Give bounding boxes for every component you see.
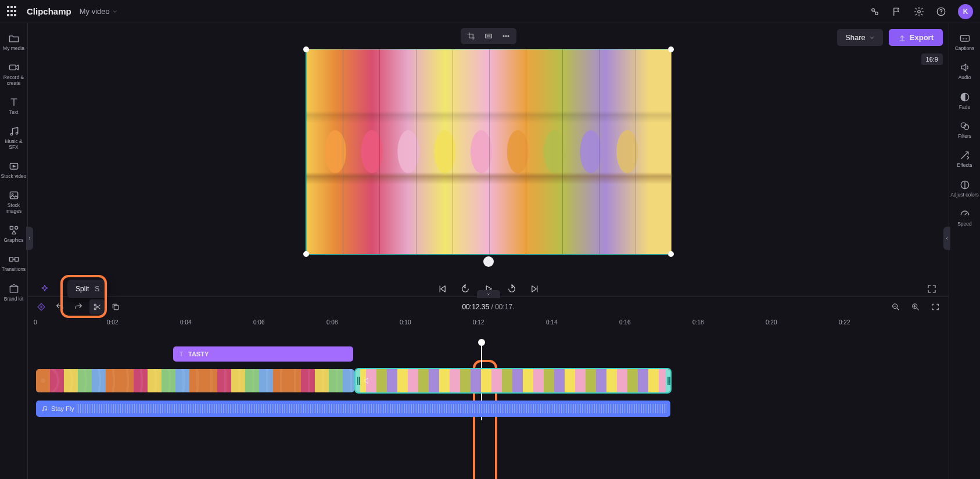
add-track-button[interactable]: [34, 299, 49, 314]
crop-button[interactable]: [466, 31, 476, 41]
chevron-down-icon: [869, 35, 875, 41]
zoom-in-icon: [911, 302, 920, 312]
svg-point-22: [505, 35, 507, 37]
video-clip-2-selected[interactable]: [356, 369, 670, 392]
apps-grid-button[interactable]: [7, 6, 19, 17]
aspect-ratio-button[interactable]: 16:9: [921, 53, 943, 65]
text-track[interactable]: TASTY: [34, 342, 943, 366]
svg-rect-4: [9, 65, 16, 70]
rotate-handle[interactable]: [483, 256, 494, 267]
gear-icon[interactable]: [914, 6, 924, 17]
brand-label: Clipchamp: [27, 6, 71, 16]
timeline: Split S 00:12.35 / 00:17. 00:020:040:060…: [28, 296, 949, 479]
clip-trim-handle-left[interactable]: [356, 369, 360, 392]
speaker-icon[interactable]: [362, 376, 372, 385]
sidebar-item-speed[interactable]: Speed: [950, 205, 979, 230]
sidebar-item-adjust-colors[interactable]: Adjust colors: [950, 176, 979, 201]
svg-point-5: [10, 134, 12, 135]
help-icon[interactable]: [936, 6, 946, 17]
resize-handle-tl[interactable]: [303, 47, 309, 52]
split-tooltip: Split S: [67, 280, 107, 298]
zoom-in-button[interactable]: [908, 299, 923, 314]
timeline-toolbar: Split S 00:12.35 / 00:17.: [28, 297, 949, 317]
undo-button[interactable]: [52, 299, 67, 314]
upgrade-icon[interactable]: [870, 6, 880, 17]
sidebar-item-stock-video[interactable]: Stock video: [1, 157, 27, 183]
sidebar-item-label: Audio: [959, 75, 971, 80]
more-button[interactable]: [501, 31, 511, 41]
sidebar-item-brand-kit[interactable]: Brand kit: [1, 280, 27, 305]
canvas-toolbar: [461, 28, 516, 44]
flag-icon[interactable]: [892, 6, 902, 17]
text-icon: [178, 351, 185, 358]
share-button[interactable]: Share: [837, 29, 883, 46]
text-clip[interactable]: TASTY: [173, 346, 353, 362]
plus-diamond-icon: [37, 302, 46, 312]
split-button[interactable]: [89, 299, 105, 314]
zoom-out-button[interactable]: [888, 299, 903, 314]
resize-handle-bl[interactable]: [303, 251, 309, 257]
sidebar-item-captions[interactable]: Captions: [950, 29, 979, 55]
svg-point-0: [872, 8, 875, 11]
resize-handle-tr[interactable]: [668, 47, 674, 52]
sidebar-item-record[interactable]: Record & create: [1, 58, 27, 90]
svg-point-1: [875, 12, 878, 15]
sidebar-item-audio[interactable]: Audio: [950, 58, 979, 84]
sidebar-item-transitions[interactable]: Transitions: [1, 250, 27, 276]
fit-button[interactable]: [484, 31, 493, 41]
sidebar-item-text[interactable]: Text: [1, 93, 27, 119]
video-track[interactable]: [34, 369, 943, 394]
top-bar: Clipchamp My video K: [0, 0, 980, 23]
svg-point-9: [12, 194, 13, 195]
project-name-dropdown[interactable]: My video: [80, 7, 118, 16]
video-clip-1[interactable]: [36, 369, 354, 392]
timeline-tracks: TASTY Stay Fly: [28, 342, 949, 420]
sidebar-item-label: Record & create: [1, 75, 27, 86]
total-time: 00:17.: [495, 303, 514, 311]
right-sidebar: Captions Audio Fade Filters Effects Adju…: [949, 23, 980, 479]
sidebar-item-filters[interactable]: Filters: [950, 117, 979, 142]
export-button[interactable]: Export: [889, 29, 943, 46]
resize-handle-br[interactable]: [668, 251, 674, 257]
ruler-tick: 0:14: [546, 319, 557, 326]
sidebar-item-label: Speed: [957, 221, 972, 227]
copy-icon: [111, 302, 120, 312]
svg-rect-19: [485, 34, 491, 38]
ruler-tick: 0: [34, 319, 37, 326]
text-icon: [8, 96, 20, 108]
camera-icon: [8, 62, 20, 73]
video-preview[interactable]: [306, 49, 672, 255]
crop-icon: [466, 31, 476, 41]
tooltip-label: Split: [76, 285, 89, 293]
svg-point-2: [918, 10, 921, 13]
ruler-tick: 0:16: [619, 319, 630, 326]
sidebar-item-fade[interactable]: Fade: [950, 88, 979, 113]
sidebar-item-effects[interactable]: Effects: [950, 146, 979, 171]
redo-button[interactable]: [71, 299, 86, 314]
sidebar-item-label: Adjust colors: [950, 192, 979, 198]
ruler-tick: 0:20: [766, 319, 777, 326]
project-name-label: My video: [80, 7, 110, 16]
svg-point-23: [508, 35, 509, 37]
timeline-ruler[interactable]: 00:020:040:060:080:100:120:140:160:180:2…: [28, 317, 949, 331]
svg-rect-26: [114, 305, 118, 309]
copy-button[interactable]: [108, 299, 123, 314]
scissors-icon: [92, 302, 102, 312]
time-separator: /: [489, 303, 495, 311]
zoom-fit-button[interactable]: [928, 299, 943, 314]
clip-trim-handle-right[interactable]: [666, 369, 670, 392]
contrast-icon: [959, 179, 971, 191]
brand-icon: [8, 283, 20, 295]
zoom-out-icon: [891, 302, 900, 312]
sidebar-item-graphics[interactable]: Graphics: [1, 221, 27, 246]
sidebar-item-stock-images[interactable]: Stock images: [1, 186, 27, 217]
svg-point-21: [503, 35, 504, 37]
audio-clip[interactable]: Stay Fly: [36, 401, 670, 417]
sidebar-item-my-media[interactable]: My media: [1, 29, 27, 55]
text-clip-label: TASTY: [188, 351, 209, 358]
audio-track[interactable]: Stay Fly: [34, 397, 943, 420]
avatar[interactable]: K: [958, 4, 973, 19]
sidebar-item-music[interactable]: Music & SFX: [1, 122, 27, 153]
folder-icon: [8, 33, 20, 44]
filters-icon: [959, 120, 971, 132]
